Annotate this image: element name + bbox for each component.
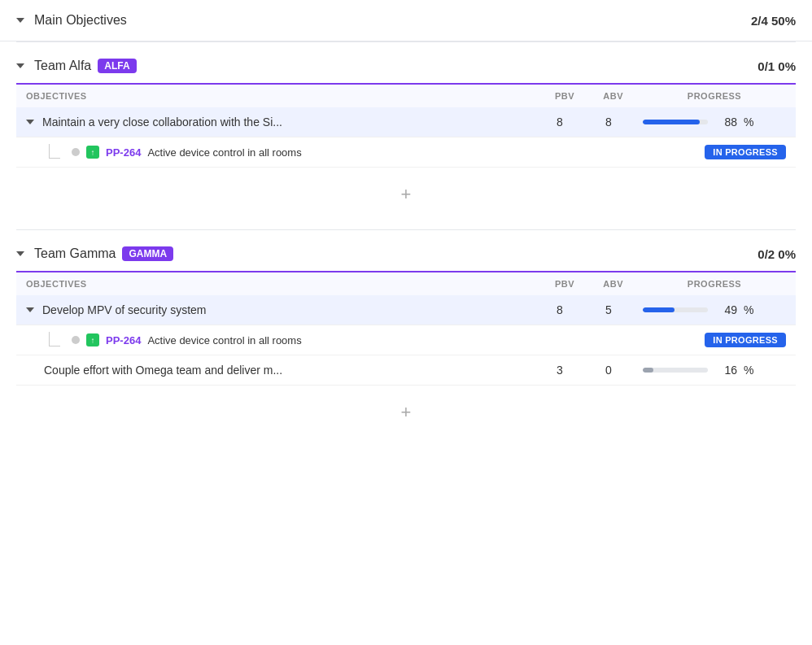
connector-icon [49,332,60,346]
page-container: Main Objectives 2/4 50% Team Alfa ALFA 0… [0,0,812,645]
abv-value: 8 [584,107,633,137]
table-row[interactable]: ↑ PP-264 Active device control in all ro… [16,137,796,168]
progress-percent: % [744,303,753,316]
team-alfa-section: Team Alfa ALFA 0/1 0% OBJECTIVES PBV ABV… [0,42,812,221]
progress-cell: 16 % [643,364,786,377]
objective-text: Couple effort with Omega team and delive… [44,364,282,377]
pbv-value: 8 [535,295,584,325]
team-alfa-header: Team Alfa ALFA 0/1 0% [16,59,796,73]
team-gamma-add-button[interactable]: + [16,386,796,439]
dot-icon [72,336,80,344]
main-objectives-title[interactable]: Main Objectives [16,13,127,28]
progress-bar [643,120,708,124]
progress-bar [643,368,708,373]
col-progress-g: PROGRESS [633,272,796,295]
task-icon: ↑ [86,146,99,159]
progress-value: 49 [714,303,737,316]
col-abv: ABV [584,84,633,107]
col-objectives-g: OBJECTIVES [16,272,535,295]
table-row[interactable]: Develop MPV of security system 8 5 49 % [16,295,796,325]
progress-bar-fill [643,368,653,373]
row-chevron-icon [26,120,34,124]
status-badge: IN PROGRESS [705,333,786,347]
task-desc: Active device control in all rooms [147,334,301,346]
col-abv-g: ABV [584,272,633,295]
connector-icon [49,144,60,159]
progress-percent: % [744,115,753,129]
table-row[interactable]: ↑ PP-264 Active device control in all ro… [16,325,796,355]
objective-text: Develop MPV of security system [42,303,207,316]
task-icon: ↑ [86,333,99,346]
team-gamma-table-header: OBJECTIVES PBV ABV PROGRESS [16,272,796,295]
abv-value: 5 [584,295,633,325]
team-gamma-name: Team Gamma [34,246,116,261]
team-gamma-chevron-icon [16,251,24,256]
team-alfa-title[interactable]: Team Alfa ALFA [16,59,137,73]
progress-bar [643,307,708,312]
task-link[interactable]: PP-264 [106,334,141,346]
team-alfa-table-header: OBJECTIVES PBV ABV PROGRESS [16,84,796,107]
col-progress: PROGRESS [633,84,796,107]
task-link[interactable]: PP-264 [106,146,141,159]
col-pbv: PBV [535,84,584,107]
task-desc: Active device control in all rooms [147,146,301,159]
team-alfa-stats: 0/1 0% [757,59,796,73]
team-alfa-name: Team Alfa [34,59,91,73]
main-objectives-stats: 2/4 50% [751,14,796,28]
progress-cell: 88 % [643,115,786,129]
progress-value: 88 [714,115,737,129]
main-objectives-label: Main Objectives [34,13,127,28]
team-gamma-stats: 0/2 0% [757,247,796,261]
status-badge: IN PROGRESS [705,145,786,159]
objective-cell: Couple effort with Omega team and delive… [26,364,526,377]
team-gamma-table: OBJECTIVES PBV ABV PROGRESS Develop MPV … [16,271,796,386]
progress-bar-fill [643,307,674,312]
progress-cell: 49 % [643,303,786,316]
objective-cell: Develop MPV of security system [26,303,526,316]
team-alfa-table: OBJECTIVES PBV ABV PROGRESS Maintain a v… [16,83,796,168]
team-alfa-add-button[interactable]: + [16,168,796,221]
progress-bar-fill [643,120,700,124]
dot-icon [72,148,80,156]
team-gamma-title[interactable]: Team Gamma GAMMA [16,246,173,261]
objective-text: Maintain a very close collaboration with… [42,115,282,129]
objective-cell: Maintain a very close collaboration with… [26,115,526,129]
progress-value: 16 [714,364,737,377]
team-alfa-badge: ALFA [98,59,136,73]
main-objectives-chevron-icon [16,18,24,23]
team-gamma-section: Team Gamma GAMMA 0/2 0% OBJECTIVES PBV A… [0,230,812,439]
pbv-value: 8 [535,107,584,137]
pbv-value: 3 [535,355,584,386]
main-objectives-section: Main Objectives 2/4 50% [0,0,812,41]
col-objectives: OBJECTIVES [16,84,535,107]
table-row[interactable]: Maintain a very close collaboration with… [16,107,796,137]
team-alfa-chevron-icon [16,63,24,68]
row-chevron-icon [26,307,34,312]
abv-value: 0 [584,355,633,386]
team-gamma-header: Team Gamma GAMMA 0/2 0% [16,246,796,261]
col-pbv-g: PBV [535,272,584,295]
team-gamma-badge: GAMMA [122,246,173,261]
progress-percent: % [744,364,753,377]
table-row[interactable]: Couple effort with Omega team and delive… [16,355,796,386]
